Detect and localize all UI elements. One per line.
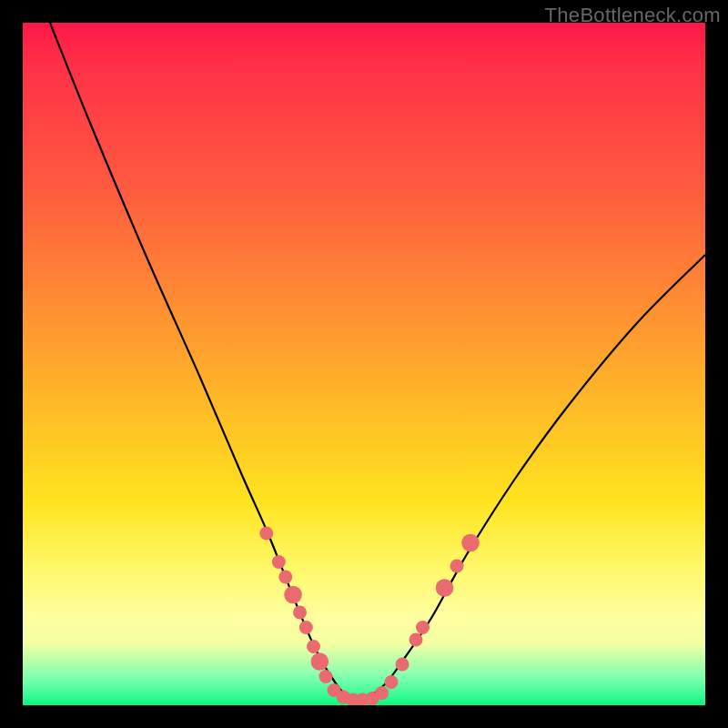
marker-point [416,621,430,634]
marker-point [307,640,320,653]
watermark-text: TheBottleneck.com [545,4,721,27]
marker-point [284,586,302,604]
marker-point [319,670,333,683]
curve-svg [23,23,705,705]
bottleneck-curve [50,23,705,700]
marker-point [272,555,286,569]
marker-point [385,675,399,689]
marker-point [259,527,273,541]
marker-point [299,621,313,634]
marker-point [436,579,454,597]
marker-point [375,686,389,700]
marker-point [278,571,292,584]
marker-point [450,560,464,573]
marker-point [410,633,423,647]
chart-frame: TheBottleneck.com [0,0,728,728]
marker-point [311,652,329,671]
marker-point [461,534,480,552]
marker-point [293,606,307,620]
plot-area [23,23,705,705]
marker-point [396,658,410,672]
marker-group [259,527,480,706]
